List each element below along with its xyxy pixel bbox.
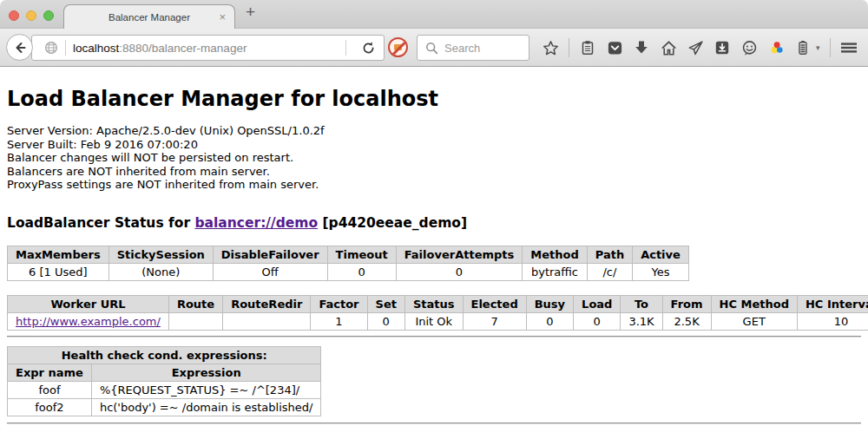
bottom-divider — [7, 423, 861, 424]
plugin-blocked-icon[interactable] — [388, 37, 408, 57]
color-dots-extension-button[interactable] — [767, 40, 785, 56]
urlbar-separator — [345, 40, 346, 56]
menu-hamburger-button[interactable] — [840, 40, 858, 56]
send-page-button[interactable] — [687, 40, 704, 56]
bookmark-star-button[interactable] — [542, 40, 559, 56]
cell-method: bytraffic — [523, 263, 587, 280]
cell-path: /c/ — [587, 263, 632, 280]
search-input[interactable] — [444, 42, 514, 55]
worker-url-link[interactable]: http://www.example.com/ — [16, 315, 161, 328]
pocket-button[interactable] — [606, 40, 623, 56]
chat-smiley-button[interactable] — [740, 40, 758, 56]
col-expression: Expression — [91, 364, 321, 381]
home-button[interactable] — [660, 40, 677, 56]
col-elected: Elected — [463, 295, 526, 312]
health-table-title: Health check cond. expressions: — [8, 346, 321, 364]
server-built-line: Server Built: Feb 9 2016 07:00:20 — [7, 138, 861, 152]
downloads-button[interactable] — [633, 40, 650, 56]
page-title: Load Balancer Manager for localhost — [7, 67, 861, 111]
download-manager-button[interactable] — [713, 40, 731, 56]
health-data-row: foof %{REQUEST_STATUS} =~ /^[234]/ — [8, 381, 321, 398]
url-bar[interactable]: localhost:8880/balancer-manager — [31, 35, 385, 61]
cell-failoverattempts: 0 — [396, 263, 523, 280]
close-window-button[interactable] — [9, 10, 19, 21]
minimize-window-button[interactable] — [26, 10, 36, 21]
health-data-row: foof2 hc('body') =~ /domain is establish… — [8, 398, 321, 416]
tab-close-icon[interactable]: × — [219, 10, 226, 23]
health-header-row: Expr name Expression — [8, 364, 321, 381]
worker-header-row: Worker URL Route RouteRedir Factor Set S… — [8, 295, 868, 312]
back-button[interactable] — [6, 34, 33, 61]
cell-load: 0 — [574, 312, 621, 330]
url-text[interactable]: localhost:8880/balancer-manager — [73, 42, 339, 55]
col-stickysession: StickySession — [108, 246, 213, 263]
url-path: :8880/balancer-manager — [119, 42, 247, 55]
server-info: Server Version: Apache/2.5.0-dev (Unix) … — [7, 124, 861, 192]
tab-balancer-manager[interactable]: Balancer Manager × — [63, 4, 235, 29]
status-heading-suffix: [p4420eeae_demo] — [318, 215, 467, 231]
cell-expression: %{REQUEST_STATUS} =~ /^[234]/ — [91, 381, 321, 398]
window-controls — [9, 10, 54, 21]
cell-set: 0 — [367, 312, 404, 330]
page-content: Load Balancer Manager for localhost Serv… — [0, 67, 868, 424]
cell-maxmembers: 6 [1 Used] — [8, 263, 109, 280]
chevron-down-icon[interactable]: ▾ — [816, 43, 820, 52]
navigation-toolbar: localhost:8880/balancer-manager — [0, 29, 868, 67]
worker-data-row: http://www.example.com/ 1 0 Init Ok 7 0 … — [8, 312, 868, 330]
cell-busy: 0 — [526, 312, 573, 330]
cell-active: Yes — [633, 263, 689, 280]
col-timeout: Timeout — [327, 246, 396, 263]
cell-to: 3.1K — [621, 312, 662, 330]
balancer-demo-link[interactable]: balancer://demo — [194, 215, 318, 231]
col-worker-url: Worker URL — [8, 295, 169, 312]
col-to: To — [621, 295, 662, 312]
tab-title: Balancer Manager — [108, 12, 190, 23]
col-hc-method: HC Method — [711, 295, 797, 312]
col-route: Route — [168, 295, 222, 312]
status-heading-prefix: LoadBalancer Status for — [7, 215, 194, 231]
toolbar-separator — [830, 38, 831, 57]
section-divider — [7, 336, 861, 338]
col-active: Active — [633, 246, 689, 263]
col-set: Set — [367, 295, 404, 312]
url-domain: localhost — [73, 42, 119, 55]
search-bar[interactable] — [417, 35, 529, 61]
proxypass-notice-line: ProxyPass settings are NOT inherited fro… — [7, 178, 861, 192]
col-from: From — [662, 295, 711, 312]
server-version-line: Server Version: Apache/2.5.0-dev (Unix) … — [7, 124, 861, 138]
col-load: Load — [574, 295, 621, 312]
clipboard-button[interactable] — [579, 40, 596, 56]
cell-hc-interval: 10 — [797, 312, 868, 330]
site-identity-globe-icon[interactable] — [44, 41, 58, 55]
col-maxmembers: MaxMembers — [8, 246, 109, 263]
cell-from: 2.5K — [662, 312, 711, 330]
cell-expression: hc('body') =~ /domain is established/ — [91, 398, 321, 416]
battery-extension-button[interactable] — [794, 40, 812, 56]
col-disablefailover: DisableFailover — [213, 246, 327, 263]
col-hc-interval: HC Interval — [797, 295, 868, 312]
col-status: Status — [404, 295, 463, 312]
cell-worker-url: http://www.example.com/ — [8, 312, 169, 330]
toolbar-separator — [569, 38, 569, 57]
cell-hc-method: GET — [711, 312, 797, 330]
cell-disablefailover: Off — [213, 263, 327, 280]
balancer-data-row: 6 [1 Used] (None) Off 0 0 bytraffic /c/ … — [8, 263, 689, 280]
new-tab-button[interactable]: + — [246, 3, 255, 22]
loadbalancer-status-heading: LoadBalancer Status for balancer://demo … — [7, 215, 861, 231]
col-expr-name: Expr name — [8, 364, 92, 381]
browser-window: Balancer Manager × + localhost:8880/bala… — [0, 0, 868, 426]
balancer-header-row: MaxMembers StickySession DisableFailover… — [8, 246, 689, 263]
cell-routeredir — [223, 312, 311, 330]
col-routeredir: RouteRedir — [223, 295, 311, 312]
health-title-row: Health check cond. expressions: — [8, 346, 321, 364]
cell-stickysession: (None) — [108, 263, 213, 280]
col-method: Method — [523, 246, 587, 263]
worker-status-table: Worker URL Route RouteRedir Factor Set S… — [7, 295, 868, 331]
col-busy: Busy — [526, 295, 573, 312]
cell-timeout: 0 — [327, 263, 396, 280]
cell-route — [168, 312, 222, 330]
zoom-window-button[interactable] — [43, 10, 54, 21]
cell-expr-name: foof2 — [8, 398, 92, 416]
reload-button[interactable] — [353, 41, 384, 56]
balancer-status-table: MaxMembers StickySession DisableFailover… — [7, 246, 689, 281]
